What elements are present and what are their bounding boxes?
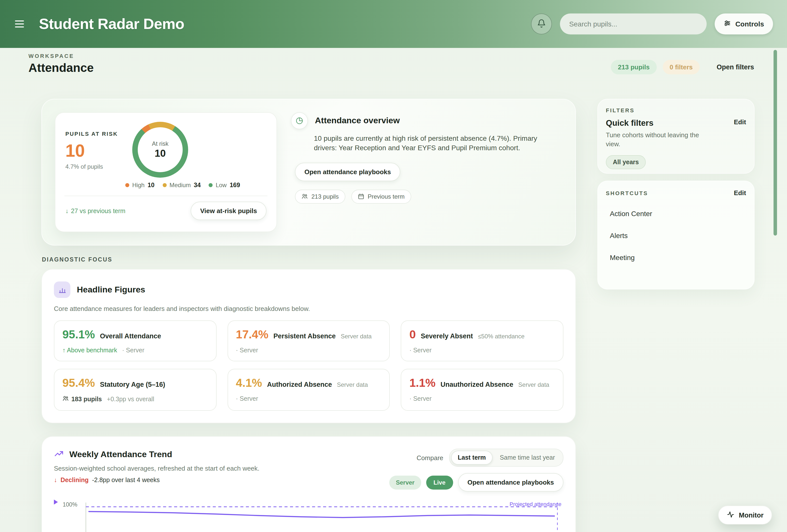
bar-chart-icon	[54, 281, 70, 298]
server-badge: Server	[389, 475, 421, 489]
people-icon	[62, 395, 69, 403]
legend-item-low: Low169	[209, 182, 240, 189]
filters-panel: FILTERS Quick filters Edit Tune cohorts …	[597, 99, 754, 174]
calendar-icon	[358, 193, 364, 199]
controls-label: Controls	[735, 20, 764, 28]
risk-label: PUPILS AT RISK	[65, 129, 121, 139]
trend-up-icon	[54, 449, 64, 461]
shortcuts-panel: SHORTCUTS Edit Action CenterAlertsMeetin…	[597, 180, 754, 290]
legend-item-medium: Medium34	[163, 182, 200, 189]
metric-grid: 95.1%Overall Attendance↑ Above benchmark…	[54, 320, 563, 411]
risk-trend: ↓ 27 vs previous term	[65, 207, 126, 214]
trend-chart-svg	[82, 501, 563, 532]
monitor-button[interactable]: Monitor	[718, 506, 772, 525]
trend-title: Weekly Attendance Trend	[69, 450, 172, 460]
live-badge: Live	[426, 475, 453, 489]
trend-status-label: Declining	[61, 476, 89, 484]
right-sidebar: FILTERS Quick filters Edit Tune cohorts …	[597, 99, 754, 290]
risk-donut-chart: At risk 10	[132, 122, 188, 178]
metric-card-statutory-age-5-16-: 95.4%Statutory Age (5–16)183 pupils+0.3p…	[54, 369, 216, 411]
attendance-overview: Attendance overview 10 pupils are curren…	[291, 112, 562, 232]
overview-title: Attendance overview	[315, 116, 400, 126]
open-playbooks-button-2[interactable]: Open attendance playbooks	[458, 473, 563, 492]
metric-card-unauthorized-absence: 1.1%Unauthorized AbsenceServer data· Ser…	[401, 369, 563, 411]
pie-chart-icon	[291, 112, 308, 129]
headline-title: Headline Figures	[77, 285, 145, 295]
compare-label: Compare	[417, 454, 443, 461]
all-years-chip[interactable]: All years	[606, 155, 646, 169]
risk-subtitle: 4.7% of pupils	[65, 163, 121, 170]
arrow-down-icon: ↓	[65, 207, 69, 214]
overview-chip-213-pupils[interactable]: 213 pupils	[295, 189, 345, 204]
pupils-at-risk-card: PUPILS AT RISK 10 4.7% of pupils At risk…	[55, 112, 277, 232]
shortcut-item-meeting[interactable]: Meeting	[606, 247, 746, 269]
compare-option-last-term[interactable]: Last term	[451, 451, 493, 465]
page-title: Attendance	[28, 61, 93, 75]
trend-chart-row: 100% Projected attendance	[54, 501, 563, 532]
content-row: PUPILS AT RISK 10 4.7% of pupils At risk…	[0, 99, 787, 532]
workspace-block: WORKSPACE Attendance	[28, 53, 93, 75]
shortcuts-eyebrow: SHORTCUTS	[606, 190, 648, 196]
filters-edit-button[interactable]: Edit	[734, 118, 746, 126]
trend-left: Weekly Attendance Trend Session-weighted…	[54, 449, 259, 484]
trend-subtitle: Session-weighted school averages, refres…	[54, 465, 259, 472]
attendance-hero-card: PUPILS AT RISK 10 4.7% of pupils At risk…	[41, 99, 576, 246]
donut-center-value: 10	[155, 148, 166, 159]
donut-center: At risk 10	[132, 122, 188, 178]
arrow-down-icon: ↓	[54, 476, 57, 484]
headline-subtitle: Core attendance measures for leaders and…	[54, 305, 563, 313]
search-input[interactable]	[560, 14, 707, 35]
risk-info: PUPILS AT RISK 10 4.7% of pupils	[65, 129, 121, 170]
risk-value: 10	[65, 142, 121, 159]
overview-chips: 213 pupilsPrevious term	[295, 189, 562, 204]
risk-trend-label: 27 vs previous term	[71, 207, 126, 214]
compare-segmented-control: Last termSame time last year	[449, 449, 564, 467]
filters-body: Tune cohorts without leaving the view.	[606, 131, 713, 149]
people-icon	[301, 193, 308, 199]
scrollbar-thumb[interactable]	[773, 50, 777, 236]
overview-body: 10 pupils are currently at high risk of …	[314, 134, 549, 153]
weekly-trend-card: Weekly Attendance Trend Session-weighted…	[41, 436, 576, 532]
quick-filters-title: Quick filters	[606, 118, 654, 128]
trend-marker-icon	[54, 499, 58, 505]
risk-divider	[64, 196, 268, 196]
workspace-eyebrow: WORKSPACE	[28, 53, 93, 59]
app-title: Student Radar Demo	[39, 16, 185, 33]
metric-card-persistent-absence: 17.4%Persistent AbsenceServer data· Serv…	[227, 320, 390, 361]
legend-item-high: High10	[125, 182, 154, 189]
open-playbooks-button[interactable]: Open attendance playbooks	[295, 163, 401, 181]
metric-card-severely-absent: 0Severely Absent≤50% attendance· Server	[401, 320, 563, 361]
page-head: WORKSPACE Attendance 213 pupils 0 filter…	[0, 48, 787, 75]
overview-chip-previous-term[interactable]: Previous term	[351, 189, 411, 204]
open-filters-button[interactable]: Open filters	[714, 63, 757, 71]
monitor-label: Monitor	[739, 511, 764, 519]
metric-card-overall-attendance: 95.1%Overall Attendance↑ Above benchmark…	[54, 320, 216, 361]
compare-option-same-time-last-year[interactable]: Same time last year	[493, 451, 561, 465]
projected-attendance-label: Projected attendance	[510, 501, 561, 507]
diagnostic-focus-label: DIAGNOSTIC FOCUS	[42, 256, 576, 262]
pupils-count-badge: 213 pupils	[611, 60, 657, 74]
filters-eyebrow: FILTERS	[606, 107, 746, 113]
shortcut-item-alerts[interactable]: Alerts	[606, 225, 746, 247]
view-at-risk-pupils-button[interactable]: View at-risk pupils	[191, 201, 267, 220]
donut-center-label: At risk	[152, 140, 169, 147]
sliders-icon	[724, 19, 731, 28]
notifications-button[interactable]	[531, 14, 552, 35]
trend-chart: Projected attendance	[82, 501, 563, 532]
trend-status: ↓ Declining -2.8pp over last 4 weeks	[54, 476, 259, 484]
head-right: 213 pupils 0 filters Open filters	[611, 60, 757, 74]
menu-icon[interactable]	[12, 16, 29, 33]
controls-button[interactable]: Controls	[715, 14, 773, 35]
shortcut-item-action-center[interactable]: Action Center	[606, 203, 746, 225]
metric-card-authorized-absence: 4.1%Authorized AbsenceServer data· Serve…	[227, 369, 390, 411]
shortcuts-edit-button[interactable]: Edit	[734, 189, 746, 197]
y-axis-top-label: 100%	[54, 501, 82, 532]
top-bar: Student Radar Demo Controls	[0, 0, 787, 48]
risk-legend: High10Medium34Low169	[125, 182, 267, 189]
trend-status-detail: -2.8pp over last 4 weeks	[92, 476, 160, 484]
shortcut-list: Action CenterAlertsMeeting	[606, 203, 746, 269]
main-column: PUPILS AT RISK 10 4.7% of pupils At risk…	[41, 99, 576, 532]
bell-icon	[537, 19, 546, 29]
headline-figures-card: Headline Figures Core attendance measure…	[41, 269, 576, 423]
pulse-icon	[726, 510, 735, 520]
